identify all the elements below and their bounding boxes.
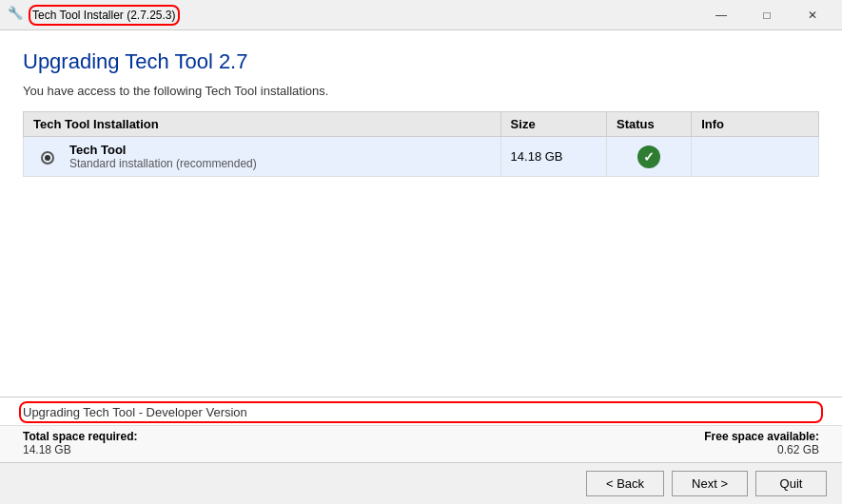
tool-size: 14.18 GB	[500, 137, 606, 177]
radio-button[interactable]	[33, 149, 62, 165]
main-content: Upgrading Tech Tool 2.7 You have access …	[0, 30, 842, 397]
tool-info-cell	[692, 137, 819, 177]
close-button[interactable]: ✕	[791, 2, 834, 29]
title-bar: 🔧 Tech Tool Installer (2.7.25.3) — □ ✕	[0, 0, 842, 30]
radio-dot	[41, 151, 54, 165]
col-header-installation: Tech Tool Installation	[24, 112, 501, 137]
total-space-value: 14.18 GB	[23, 443, 137, 456]
title-bar-left: 🔧 Tech Tool Installer (2.7.25.3)	[8, 6, 176, 25]
tool-description: Standard installation (recommended)	[69, 157, 257, 170]
title-bar-text: Tech Tool Installer (2.7.25.3)	[32, 9, 176, 22]
title-bar-controls: — □ ✕	[699, 2, 834, 29]
footer-area: Upgrading Tech Tool - Developer Version …	[0, 397, 842, 462]
maximize-button[interactable]: □	[745, 2, 789, 29]
free-space-block: Free space available: 0.62 GB	[704, 430, 819, 456]
upgrade-label: Upgrading Tech Tool - Developer Version	[23, 405, 819, 419]
tool-installation-cell: Tech Tool Standard installation (recomme…	[24, 137, 501, 177]
minimize-button[interactable]: —	[699, 2, 743, 29]
app-icon: 🔧	[8, 6, 27, 25]
col-header-size: Size	[500, 112, 606, 137]
page-title: Upgrading Tech Tool 2.7	[23, 49, 819, 74]
next-button[interactable]: Next >	[672, 471, 748, 496]
tool-status: ✓	[607, 137, 692, 177]
quit-button[interactable]: Quit	[755, 471, 827, 496]
free-space-value: 0.62 GB	[704, 443, 819, 456]
footer-info: Upgrading Tech Tool - Developer Version	[0, 397, 842, 425]
total-space-block: Total space required: 14.18 GB	[23, 430, 137, 456]
back-button[interactable]: < Back	[586, 471, 664, 496]
status-check-icon: ✓	[637, 145, 660, 168]
free-space-label: Free space available:	[704, 430, 819, 443]
col-header-status: Status	[607, 112, 692, 137]
col-header-info: Info	[692, 112, 819, 137]
tool-info: Tech Tool Standard installation (recomme…	[69, 143, 257, 170]
button-bar: < Back Next > Quit	[0, 462, 842, 504]
subtitle: You have access to the following Tech To…	[23, 84, 819, 98]
table-row[interactable]: Tech Tool Standard installation (recomme…	[24, 137, 819, 177]
tool-name: Tech Tool	[69, 143, 257, 157]
installation-table: Tech Tool Installation Size Status Info …	[23, 111, 819, 177]
total-space-label: Total space required:	[23, 430, 137, 443]
space-info-row: Total space required: 14.18 GB Free spac…	[0, 425, 842, 462]
